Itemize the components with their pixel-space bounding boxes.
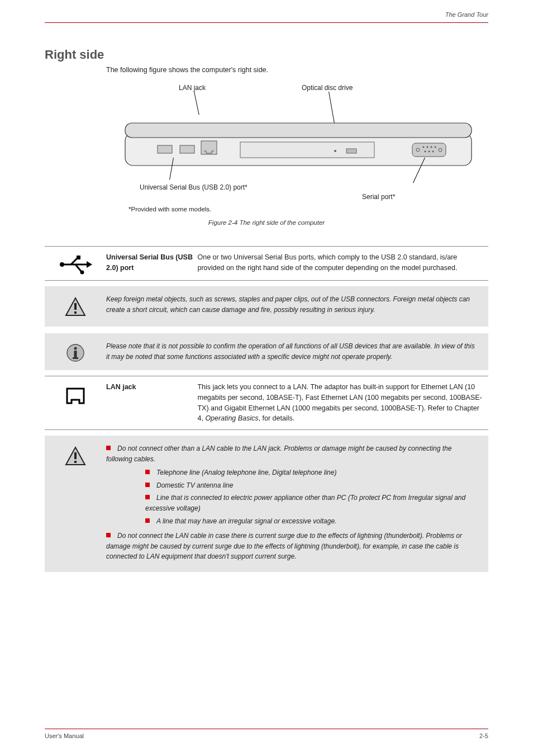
divider [45, 246, 488, 247]
diagram-footnote: *Provided with some models. [129, 206, 211, 212]
header-chapter: The Grand Tour [445, 11, 488, 18]
footer: User's Manual 2-5 [45, 729, 488, 739]
svg-point-11 [423, 147, 425, 148]
svg-rect-1 [125, 123, 472, 138]
divider [45, 280, 488, 281]
diagram: LAN jack Optical disc drive Universal Se… [106, 84, 486, 235]
svg-rect-33 [74, 452, 77, 459]
bullet-icon [145, 518, 150, 523]
svg-point-15 [425, 151, 426, 153]
lead-line [194, 92, 199, 115]
header-rule [45, 22, 488, 23]
svg-point-24 [80, 271, 84, 275]
svg-rect-27 [74, 311, 77, 314]
svg-point-7 [334, 150, 336, 152]
figure-caption: Figure 2-4 The right side of the compute… [0, 219, 533, 226]
svg-line-23 [75, 264, 81, 271]
warn2-item: Domestic TV antenna line [156, 481, 233, 489]
svg-rect-8 [412, 143, 446, 157]
warning-text-2: Do not connect other than a LAN cable to… [106, 443, 478, 564]
svg-rect-2 [158, 145, 172, 153]
warning-icon [64, 296, 87, 319]
lan-label: LAN jack [106, 382, 196, 393]
usb-row: Universal Serial Bus (USB 2.0) port One … [45, 252, 488, 275]
svg-point-14 [435, 147, 436, 148]
label-serial: Serial port* [362, 193, 395, 201]
svg-point-12 [427, 147, 429, 148]
bullet-icon [106, 446, 111, 450]
intro-text: The following figure shows the computer'… [106, 65, 488, 75]
svg-marker-20 [87, 261, 92, 268]
entries: Universal Serial Bus (USB 2.0) port One … [45, 240, 488, 572]
bullet-icon [145, 470, 150, 474]
svg-point-13 [431, 147, 432, 148]
warn2-item: Line that is connected to electric power… [145, 494, 465, 512]
svg-rect-34 [74, 461, 77, 463]
divider [45, 429, 488, 430]
label-usb-text: Universal Serial Bus (USB 2.0) port* [140, 183, 248, 191]
usb-icon [59, 254, 92, 275]
svg-point-16 [429, 151, 430, 153]
info-text-1: Please note that it is not possible to c… [106, 341, 478, 362]
label-lan: LAN jack [179, 84, 206, 92]
divider [45, 376, 488, 376]
svg-rect-26 [74, 303, 77, 310]
label-odd: Optical disc drive [302, 84, 353, 92]
laptop-side-illustration [123, 116, 480, 183]
label-usb: Universal Serial Bus (USB 2.0) port* [140, 183, 251, 191]
svg-rect-3 [180, 145, 194, 153]
warning-icon [64, 446, 87, 468]
warning-text-1: Keep foreign metal objects, such as scre… [106, 294, 478, 315]
chapter-ref: Operating Basics [205, 414, 258, 422]
svg-rect-6 [346, 149, 356, 153]
info-box-1: Please note that it is not possible to c… [45, 333, 488, 370]
svg-rect-4 [201, 141, 217, 154]
usb-desc: One or two Universal Serial Bus ports, w… [197, 252, 484, 273]
lan-row: LAN jack This jack lets you connect to a… [45, 382, 488, 424]
footer-left: User's Manual [45, 733, 84, 739]
svg-rect-30 [74, 351, 77, 358]
warning-box-2: Do not connect other than a LAN cable to… [45, 436, 488, 572]
warn2-item: A line that may have an irregular signal… [156, 517, 336, 525]
svg-rect-31 [73, 357, 78, 359]
svg-point-29 [74, 347, 77, 350]
warn2-item: Telephone line (Analog telephone line, D… [156, 469, 336, 476]
svg-point-17 [432, 151, 434, 153]
bullet-icon [145, 483, 150, 487]
lan-desc: This jack lets you connect to a LAN. The… [197, 382, 484, 424]
warn2-lead: Do not connect other than a LAN cable to… [106, 445, 451, 463]
svg-rect-22 [77, 256, 80, 259]
section-title: Right side [45, 48, 104, 62]
footer-right: 2-5 [479, 733, 488, 739]
warning-box-1: Keep foreign metal objects, such as scre… [45, 286, 488, 327]
info-icon [66, 343, 85, 362]
warn2-tail: Do not connect the LAN cable in case the… [106, 532, 462, 560]
lan-icon [64, 384, 87, 408]
bullet-icon [106, 533, 111, 537]
bullet-icon [145, 495, 150, 499]
usb-label: Universal Serial Bus (USB 2.0) port [106, 252, 196, 273]
